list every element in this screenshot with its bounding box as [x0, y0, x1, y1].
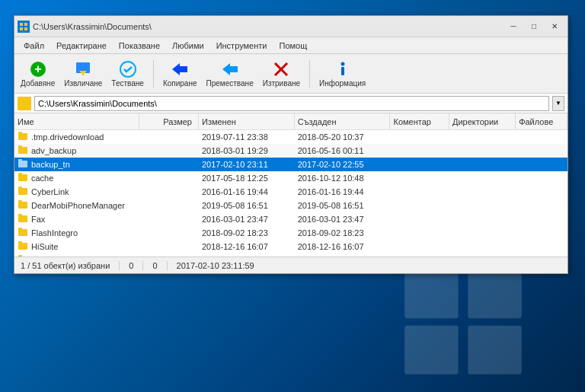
column-headers: Име Размер Изменен Създаден Коментар Дир… [14, 113, 567, 130]
status-date: 2017-02-10 23:11:59 [177, 261, 264, 270]
table-row[interactable]: adv_backup 2018-03-01 19:29 2016-05-16 0… [14, 144, 567, 158]
title-bar-text: C:\Users\Krassimin\Documents\ [33, 22, 503, 31]
file-modified: 2019-07-11 23:38 [199, 132, 295, 142]
table-row[interactable]: Fax 2016-03-01 23:47 2016-03-01 23:47 [14, 212, 567, 226]
extract-icon [74, 60, 92, 78]
extract-button[interactable]: Извличане [62, 59, 104, 89]
menu-tools[interactable]: Инструменти [210, 40, 273, 52]
maximize-button[interactable]: □ [524, 18, 544, 35]
col-header-comment[interactable]: Коментар [390, 113, 449, 129]
status-size: 0 [129, 261, 143, 270]
svg-rect-2 [404, 326, 458, 374]
file-name: cache [31, 174, 53, 183]
title-bar: C:\Users\Krassimin\Documents\ ─ □ ✕ [14, 16, 567, 37]
folder-row-icon [18, 227, 28, 240]
copy-label: Копиране [163, 79, 197, 88]
file-name: adv_backup [31, 146, 76, 155]
close-button[interactable]: ✕ [545, 18, 564, 35]
toolbar-separator-1 [153, 60, 154, 88]
test-label: Тестване [111, 79, 144, 88]
svg-rect-27 [18, 159, 22, 162]
file-created: 2016-10-12 10:48 [295, 174, 391, 183]
folder-row-icon [18, 186, 28, 199]
info-icon [334, 60, 352, 78]
file-name: .tmp.drivedownload [31, 132, 104, 142]
svg-rect-33 [18, 200, 22, 203]
col-header-modified[interactable]: Изменен [199, 113, 295, 129]
svg-rect-4 [20, 23, 23, 26]
delete-button[interactable]: Изтриване [261, 59, 302, 89]
file-rows: .tmp.drivedownload 2019-07-11 23:38 2018… [14, 130, 567, 257]
svg-rect-19 [341, 67, 344, 75]
file-name: backup_tn [31, 160, 70, 169]
file-created: 2016-03-01 23:47 [295, 215, 391, 224]
menu-help[interactable]: Помощ [273, 40, 313, 52]
add-button[interactable]: + Добавяне [19, 59, 56, 89]
file-created: 2018-05-20 10:37 [295, 132, 391, 142]
col-header-dirs[interactable]: Директории [449, 113, 516, 129]
title-bar-controls: ─ □ ✕ [503, 18, 564, 35]
file-name: HiSuite [31, 242, 58, 251]
folder-icon [18, 97, 31, 110]
folder-row-icon [18, 241, 28, 253]
move-button[interactable]: Преместване [205, 59, 255, 89]
table-row[interactable]: .tmp.drivedownload 2019-07-11 23:38 2018… [14, 130, 567, 144]
test-icon [119, 60, 137, 78]
col-header-size[interactable]: Размер [139, 113, 199, 129]
table-row[interactable]: backup_tn 2017-02-10 23:11 2017-02-10 22… [14, 158, 567, 171]
menu-file[interactable]: Файл [18, 40, 50, 52]
svg-rect-6 [20, 27, 23, 30]
minimize-button[interactable]: ─ [503, 18, 523, 35]
svg-rect-0 [404, 269, 458, 318]
folder-row-icon [18, 213, 28, 226]
file-modified: 2018-12-16 16:07 [199, 242, 295, 251]
col-header-name[interactable]: Име [14, 113, 139, 129]
delete-label: Изтриване [263, 79, 300, 88]
file-name: CyberLink [31, 187, 69, 196]
status-count: 1 / 51 обект(и) избрани [21, 261, 120, 270]
svg-rect-23 [18, 132, 22, 135]
address-bar: ▼ [14, 94, 567, 113]
table-row[interactable]: DearMobiPhoneManager 2019-05-08 16:51 20… [14, 199, 567, 212]
file-name: Fax [31, 215, 45, 224]
folder-row-icon [18, 172, 28, 185]
file-list-container: Име Размер Изменен Създаден Коментар Дир… [14, 113, 567, 257]
svg-rect-35 [18, 214, 22, 217]
svg-marker-14 [172, 63, 187, 75]
menu-edit[interactable]: Редактиране [50, 40, 113, 52]
file-modified: 2017-02-10 23:11 [199, 160, 295, 169]
menu-view[interactable]: Показване [113, 40, 166, 52]
folder-row-icon [18, 131, 28, 144]
toolbar: + Добавяне Извличане Тества [14, 54, 567, 94]
delete-icon [272, 60, 290, 78]
file-created: 2017-02-10 22:55 [295, 160, 391, 169]
table-row[interactable]: FlashIntegro 2018-09-02 18:23 2018-09-02… [14, 226, 567, 240]
file-modified: 2016-03-01 23:47 [199, 215, 295, 224]
copy-button[interactable]: Копиране [161, 59, 199, 89]
svg-rect-25 [18, 145, 22, 148]
table-row[interactable]: HiSuite 2018-12-16 16:07 2018-12-16 16:0… [14, 240, 567, 253]
file-modified: 2019-05-08 16:51 [199, 201, 295, 210]
copy-icon [171, 60, 189, 78]
svg-rect-3 [468, 326, 521, 374]
info-button[interactable]: Информация [318, 59, 367, 89]
col-header-files[interactable]: Файлове [516, 113, 567, 129]
table-row[interactable]: cache 2017-05-18 12:25 2016-10-12 10:48 [14, 171, 567, 185]
file-modified: 2017-05-18 12:25 [199, 174, 295, 183]
test-button[interactable]: Тестване [110, 59, 145, 89]
file-created: 2016-05-16 00:11 [295, 146, 391, 155]
svg-marker-15 [222, 63, 238, 75]
move-label: Преместване [206, 79, 254, 88]
add-icon: + [29, 60, 47, 78]
table-row[interactable]: CyberLink 2016-01-16 19:44 2016-01-16 19… [14, 185, 567, 199]
menu-favorites[interactable]: Любими [166, 40, 210, 52]
file-created: 2018-09-02 18:23 [295, 228, 391, 237]
folder-row-icon [18, 145, 28, 158]
svg-rect-31 [18, 186, 22, 190]
file-created: 2019-05-08 16:51 [295, 201, 391, 210]
svg-rect-5 [24, 23, 27, 26]
file-modified: 2016-01-16 19:44 [199, 187, 295, 196]
address-dropdown[interactable]: ▼ [552, 96, 564, 111]
col-header-created[interactable]: Създаден [295, 113, 391, 129]
address-input[interactable] [34, 96, 549, 111]
